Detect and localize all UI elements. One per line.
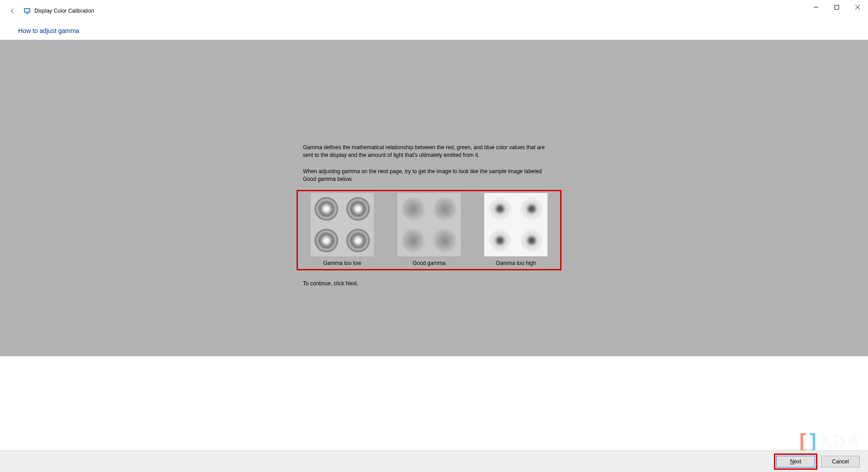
gamma-dot-icon [488,197,512,221]
next-button[interactable]: Next [776,456,815,467]
page-header: How to adjust gamma [0,22,868,40]
gamma-dot-icon [401,197,425,221]
window-controls [806,0,868,14]
gamma-good-label: Good gamma [413,260,446,266]
close-icon [855,5,860,9]
gamma-dot-icon [433,197,457,221]
gamma-dot-icon [488,229,512,252]
gamma-dot-icon [346,197,370,221]
gamma-dot-icon [433,229,457,252]
next-button-label-rest: ext [794,458,801,465]
main-panel: Gamma defines the mathematical relations… [0,40,868,356]
content-block: Gamma defines the mathematical relations… [303,144,556,287]
watermark-text: XDA [820,431,861,451]
gamma-dot-icon [520,229,543,252]
titlebar: Display Color Calibration [0,0,868,22]
gamma-dot-icon [401,229,425,252]
gamma-dot-icon [520,197,543,221]
gamma-dot-icon [346,229,370,252]
continue-text: To continue, click Next. [303,280,556,287]
maximize-icon [835,5,839,9]
gamma-samples-row: Gamma too low Good gamma [302,193,556,266]
gamma-dot-icon [315,197,338,221]
svg-rect-2 [26,13,28,14]
maximize-button[interactable] [826,0,847,14]
gamma-low-image [311,193,374,256]
gamma-high-image [484,193,547,256]
xda-watermark: [ ] XDA [799,430,861,452]
close-button[interactable] [847,0,868,14]
cancel-button[interactable]: Cancel [821,456,860,467]
gamma-instruction-text: When adjusting gamma on the next page, t… [303,168,556,184]
svg-rect-1 [25,9,29,12]
gamma-sample-low: Gamma too low [302,193,382,266]
arrow-left-icon [9,8,16,14]
back-button[interactable] [3,1,23,21]
window-title: Display Color Calibration [34,8,94,14]
app-icon [24,7,31,14]
gamma-samples-highlight: Gamma too low Good gamma [297,190,561,270]
gamma-dot-icon [315,229,338,252]
svg-rect-4 [835,5,839,9]
minimize-button[interactable] [806,0,826,14]
minimize-icon [814,5,818,9]
gamma-sample-high: Gamma too high [476,193,556,266]
gamma-good-image [397,193,461,256]
button-bar: Next Cancel [0,450,868,472]
gamma-low-label: Gamma too low [323,260,361,266]
next-button-highlight: Next [774,453,817,470]
gamma-high-label: Gamma too high [496,260,536,266]
bracket-right-icon: ] [810,430,817,452]
gamma-definition-text: Gamma defines the mathematical relations… [303,144,556,160]
gamma-sample-good: Good gamma [389,193,469,266]
bracket-left-icon: [ [799,430,807,452]
page-title: How to adjust gamma [18,27,79,34]
